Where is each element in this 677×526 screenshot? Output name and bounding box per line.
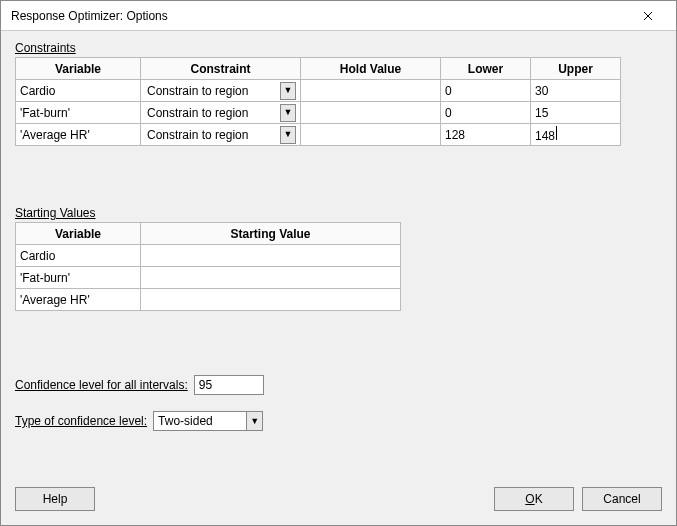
cell-constraint[interactable]: Constrain to region ▼ [141, 124, 301, 146]
button-row: Help OK Cancel [15, 487, 662, 511]
cell-hold[interactable] [301, 102, 441, 124]
table-row: 'Fat-burn' [16, 267, 401, 289]
chevron-down-icon[interactable]: ▼ [280, 126, 296, 144]
confidence-level-input[interactable] [194, 375, 264, 395]
table-row: 'Average HR' Constrain to region ▼ 128 1… [16, 124, 621, 146]
constraints-label-text: Constraints [15, 41, 76, 55]
combo-text: Constrain to region [145, 128, 280, 142]
cell-upper[interactable]: 148 [531, 124, 621, 146]
col-starting-value: Starting Value [141, 223, 401, 245]
starting-values-label: Starting Values [15, 206, 662, 220]
help-button[interactable]: Help [15, 487, 95, 511]
cell-starting-value[interactable] [141, 267, 401, 289]
cell-starting-value[interactable] [141, 289, 401, 311]
confidence-level-label: Confidence level for all intervals: [15, 378, 188, 392]
close-icon [643, 11, 653, 21]
table-row: 'Average HR' [16, 289, 401, 311]
table-row: 'Fat-burn' Constrain to region ▼ 0 15 [16, 102, 621, 124]
combo-text: Constrain to region [145, 84, 280, 98]
col-constraint: Constraint [141, 58, 301, 80]
dialog-window: Response Optimizer: Options Constraints … [0, 0, 677, 526]
cell-hold[interactable] [301, 80, 441, 102]
confidence-type-dropdown[interactable]: Two-sided ▼ [153, 411, 263, 431]
col-hold-value: Hold Value [301, 58, 441, 80]
col-variable: Variable [16, 223, 141, 245]
upper-editing: 148 [535, 129, 555, 143]
text-caret [556, 126, 557, 140]
cell-constraint[interactable]: Constrain to region ▼ [141, 102, 301, 124]
ok-button[interactable]: OK [494, 487, 574, 511]
cell-variable: Cardio [16, 80, 141, 102]
col-lower: Lower [441, 58, 531, 80]
col-variable: Variable [16, 58, 141, 80]
cell-variable: 'Fat-burn' [16, 102, 141, 124]
constraint-combo[interactable]: Constrain to region ▼ [145, 102, 296, 123]
cell-hold[interactable] [301, 124, 441, 146]
cell-upper[interactable]: 30 [531, 80, 621, 102]
dialog-body: Constraints Variable Constraint Hold Val… [1, 31, 676, 525]
cell-constraint[interactable]: Constrain to region ▼ [141, 80, 301, 102]
cell-variable: Cardio [16, 245, 141, 267]
window-title: Response Optimizer: Options [11, 9, 628, 23]
cell-starting-value[interactable] [141, 245, 401, 267]
cell-lower[interactable]: 128 [441, 124, 531, 146]
cell-lower[interactable]: 0 [441, 102, 531, 124]
confidence-level-row: Confidence level for all intervals: [15, 375, 662, 395]
chevron-down-icon[interactable]: ▼ [280, 104, 296, 122]
combo-text: Constrain to region [145, 106, 280, 120]
confidence-type-label: Type of confidence level: [15, 414, 147, 428]
col-upper: Upper [531, 58, 621, 80]
starting-values-table: Variable Starting Value Cardio 'Fat-burn… [15, 222, 401, 311]
cancel-button[interactable]: Cancel [582, 487, 662, 511]
chevron-down-icon[interactable]: ▼ [246, 412, 262, 430]
cell-upper[interactable]: 15 [531, 102, 621, 124]
table-row: Cardio Constrain to region ▼ 0 30 [16, 80, 621, 102]
chevron-down-icon[interactable]: ▼ [280, 82, 296, 100]
constraint-combo[interactable]: Constrain to region ▼ [145, 80, 296, 101]
constraints-table: Variable Constraint Hold Value Lower Upp… [15, 57, 621, 146]
dropdown-text: Two-sided [158, 414, 246, 428]
cell-lower[interactable]: 0 [441, 80, 531, 102]
constraint-combo[interactable]: Constrain to region ▼ [145, 124, 296, 145]
titlebar: Response Optimizer: Options [1, 1, 676, 31]
close-button[interactable] [628, 2, 668, 30]
table-row: Cardio [16, 245, 401, 267]
cell-variable: 'Fat-burn' [16, 267, 141, 289]
cell-variable: 'Average HR' [16, 124, 141, 146]
cell-variable: 'Average HR' [16, 289, 141, 311]
confidence-type-row: Type of confidence level: Two-sided ▼ [15, 411, 662, 431]
constraints-label: Constraints [15, 41, 662, 55]
starting-values-label-text: Starting Values [15, 206, 96, 220]
